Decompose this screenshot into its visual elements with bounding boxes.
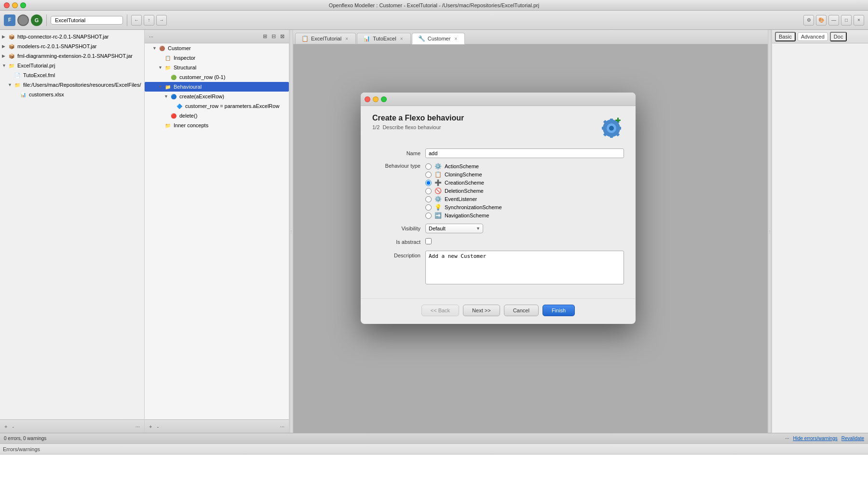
tree-customer-row[interactable]: 🟢 customer_row (0-1) [145, 72, 289, 82]
add-file-button[interactable]: + [3, 424, 9, 429]
canvas-area: Create a Flexo behaviour 1/2 Describe fl… [293, 44, 768, 433]
creation-scheme-label: CreationScheme [445, 180, 484, 186]
svg-rect-12 [615, 120, 621, 121]
concept-tool1[interactable]: ⊞ [261, 33, 269, 40]
tree-item-tutoexcel-fml[interactable]: 📄 TutoExcel.fml [0, 70, 144, 80]
radio-action-scheme[interactable]: ⚙️ ActionScheme [425, 163, 624, 170]
settings-icon[interactable]: ⚙ [803, 15, 814, 26]
svg-rect-6 [618, 127, 621, 130]
dialog-close-button[interactable] [365, 96, 370, 102]
tree-item-exceltutorial-resources[interactable]: ▼ 📁 file:/Users/mac/Repositories/resourc… [0, 80, 144, 90]
tree-customer-row-param[interactable]: 🔷 customer_row = parameters.aExcelRow [145, 101, 289, 111]
tree-item-modelers[interactable]: ▶ 📦 modelers-rc-2.0.1-SNAPSHOT.jar [0, 41, 144, 51]
status-dots[interactable]: ··· [785, 436, 789, 441]
visibility-select[interactable]: Default Public Protected Private [425, 224, 483, 233]
tree-item-customers-xlsx[interactable]: 📊 customers.xlsx [0, 90, 144, 99]
radio-cloning-scheme[interactable]: 📋 CloningScheme [425, 171, 624, 178]
tab-tutoexcel[interactable]: 📊 TutoExcel × [357, 33, 411, 44]
dialog-minimize-button[interactable] [373, 96, 379, 102]
nav-up-button[interactable]: ↑ [144, 15, 154, 26]
right-panel-content [772, 43, 868, 433]
tab-close-customer[interactable]: × [453, 36, 459, 41]
right-divider[interactable]: ⋮ [768, 30, 772, 433]
radio-deletion-scheme[interactable]: 🚫 DeletionScheme [425, 187, 624, 194]
add-concept-button[interactable]: + [148, 424, 153, 429]
event-listener-icon: ⚙️ [434, 196, 442, 202]
close-icon[interactable]: × [854, 15, 864, 26]
advanced-tab-button[interactable]: Advanced [798, 32, 828, 41]
finish-button[interactable]: Finish [542, 305, 575, 316]
palette-icon[interactable]: 🎨 [816, 15, 827, 26]
hide-errors-link[interactable]: Hide errors/warnings [793, 436, 837, 441]
left-divider[interactable]: ⋮ [289, 30, 293, 433]
minimize-button[interactable] [12, 2, 18, 8]
concept-tree-bottom-toolbar: + - ··· [145, 419, 289, 433]
maximize-icon[interactable]: □ [841, 15, 852, 26]
next-button[interactable]: Next >> [463, 305, 500, 316]
is-abstract-checkbox[interactable] [425, 238, 432, 244]
radio-event-listener[interactable]: ⚙️ EventListener [425, 196, 624, 202]
revalidate-link[interactable]: Revalidate [841, 436, 864, 441]
behaviour-type-row: Behaviour type ⚙️ ActionScheme [372, 163, 624, 219]
file-tree-options[interactable]: ··· [134, 424, 141, 429]
tab-close-exceltutorial[interactable]: × [344, 36, 350, 41]
close-button[interactable] [4, 2, 10, 8]
nav-forward-button[interactable]: → [156, 15, 167, 26]
tree-customer-root[interactable]: ▼ 🟤 Customer [145, 43, 289, 53]
remove-file-button[interactable]: - [11, 424, 15, 429]
remove-concept-button[interactable]: - [155, 424, 160, 429]
maximize-button[interactable] [20, 2, 26, 8]
nav-scheme-icon: ➡️ [434, 212, 442, 219]
description-textarea[interactable]: Add a new Customer [425, 251, 624, 284]
file-tree-sidebar: ▶ 📦 http-connector-rc-2.0.1-SNAPSHOT.jar… [0, 30, 145, 433]
window-controls[interactable] [4, 2, 26, 8]
radio-creation-scheme[interactable]: ➕ CreationScheme [425, 179, 624, 186]
radio-sync-scheme[interactable]: 💡 SynchronizationScheme [425, 204, 624, 211]
dialog-window-controls[interactable] [365, 96, 387, 102]
basic-tab-button[interactable]: Basic [775, 32, 796, 41]
tree-item-http-connector[interactable]: ▶ 📦 http-connector-rc-2.0.1-SNAPSHOT.jar [0, 32, 144, 41]
event-listener-label: EventListener [445, 196, 477, 202]
nav-back-button[interactable]: ← [131, 15, 142, 26]
tabs-bar: 📋 ExcelTutorial × 📊 TutoExcel × 🔧 Custom… [293, 30, 768, 44]
logo-icon3: G [31, 14, 42, 26]
doc-tab-button[interactable]: Doc [830, 32, 847, 41]
radio-nav-scheme[interactable]: ➡️ NavigationScheme [425, 212, 624, 219]
cloning-scheme-label: CloningScheme [445, 172, 482, 177]
tree-create-aexcelrow[interactable]: ▼ 🔵 create(aExcelRow) [145, 92, 289, 101]
main-area: ▶ 📦 http-connector-rc-2.0.1-SNAPSHOT.jar… [0, 30, 868, 433]
dialog-titlebar [361, 93, 636, 106]
tree-inspector[interactable]: 📋 Inspector [145, 53, 289, 63]
concept-tool3[interactable]: ⊠ [279, 33, 286, 40]
description-row: Description Add a new Customer [372, 251, 624, 286]
minimize-icon[interactable]: — [828, 15, 839, 26]
tree-structural[interactable]: ▼ 📁 Structural [145, 63, 289, 72]
name-label: Name [372, 150, 425, 156]
svg-point-2 [609, 126, 614, 131]
cancel-button[interactable]: Cancel [504, 305, 539, 316]
tab-customer[interactable]: 🔧 Customer × [412, 33, 465, 44]
tree-inner-concepts[interactable]: 📁 Inner concepts [145, 120, 289, 130]
dialog-maximize-button[interactable] [381, 96, 387, 102]
bottom-area: 0 errors, 0 warnings ··· Hide errors/war… [0, 433, 868, 482]
logo-icon2 [17, 14, 29, 26]
concept-options[interactable]: ··· [279, 424, 286, 429]
project-selector[interactable]: ExcelTutorial [51, 16, 123, 25]
tree-item-exceltutorial-prj[interactable]: ▼ 📁 ExcelTutorial.prj [0, 61, 144, 70]
name-input[interactable] [425, 148, 624, 158]
logo-area: F G [4, 14, 42, 26]
back-button[interactable]: << Back [421, 305, 459, 316]
separator2 [127, 14, 127, 26]
concept-dots[interactable]: ··· [148, 34, 155, 40]
tab-close-tutoexcel[interactable]: × [399, 36, 405, 41]
create-behaviour-dialog: Create a Flexo behaviour 1/2 Describe fl… [361, 93, 636, 324]
tree-delete[interactable]: 🔴 delete() [145, 111, 289, 120]
concept-tool2[interactable]: ⊟ [270, 33, 277, 40]
tree-behavioural[interactable]: ▼ 📁 Behavioural [145, 82, 289, 92]
action-scheme-label: ActionScheme [445, 163, 479, 169]
tree-item-fml[interactable]: ▶ 📦 fml-diagramming-extension-2.0.1-SNAP… [0, 51, 144, 61]
concept-tree-sidebar: ··· ⊞ ⊟ ⊠ ▼ 🟤 Customer 📋 Inspector ▼ 📁 [145, 30, 289, 433]
sync-scheme-icon: 💡 [434, 204, 442, 211]
tab-exceltutorial[interactable]: 📋 ExcelTutorial × [295, 33, 356, 44]
is-abstract-label: Is abstract [372, 239, 425, 245]
